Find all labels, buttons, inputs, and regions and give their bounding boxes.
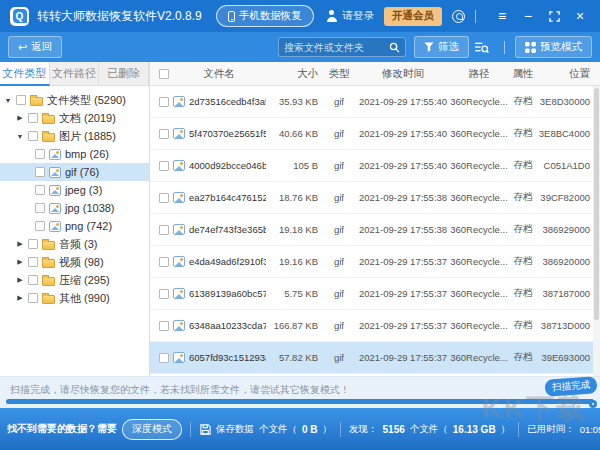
tree-checkbox[interactable] — [28, 239, 38, 249]
list-search-button[interactable] — [469, 38, 494, 57]
row-checkbox[interactable] — [159, 225, 169, 235]
table-row[interactable]: de74ef743f3e365bf8fe2ad8... 19.18 KB gif… — [150, 214, 600, 246]
tree-checkbox[interactable] — [28, 293, 38, 303]
col-location[interactable]: 位置 — [538, 67, 600, 81]
file-attr: 存档 — [508, 191, 538, 204]
select-all-checkbox[interactable] — [159, 69, 169, 79]
col-type[interactable]: 类型 — [322, 67, 356, 81]
table-row[interactable]: 4000d92bcce046bdd997eb... 105 B gif 2021… — [150, 150, 600, 182]
file-location: C051A1D0 — [538, 160, 600, 171]
tree-checkbox[interactable] — [28, 275, 38, 285]
deep-mode-button[interactable]: 深度模式 — [122, 419, 182, 440]
filter-button[interactable]: 筛选 — [414, 36, 469, 58]
row-checkbox[interactable] — [159, 289, 169, 299]
row-checkbox[interactable] — [159, 193, 169, 203]
table-row[interactable]: 5f470370e25651f54601a5a6... 40.66 KB gif… — [150, 118, 600, 150]
tab-file-type[interactable]: 文件类型 — [0, 62, 50, 86]
tree-item-documents[interactable]: ▶ 文档 (2019) — [0, 109, 149, 127]
login-button[interactable]: 请登录 — [326, 9, 375, 23]
preview-mode-button[interactable]: 预览模式 — [515, 36, 592, 58]
tree-checkbox[interactable] — [16, 95, 26, 105]
file-type: gif — [322, 256, 356, 267]
tree-item-bmp[interactable]: bmp (26) — [0, 145, 149, 163]
tree-item-archive[interactable]: ▶ 压缩 (295) — [0, 271, 149, 289]
row-checkbox[interactable] — [159, 257, 169, 267]
support-icon[interactable] — [452, 10, 465, 23]
tree-item-jpg[interactable]: jpg (1038) — [0, 199, 149, 217]
tree-checkbox[interactable] — [35, 221, 45, 231]
close-icon[interactable]: × — [570, 6, 590, 26]
tree-checkbox[interactable] — [35, 167, 45, 177]
expand-arrow-icon[interactable]: ▼ — [3, 97, 13, 104]
file-path: 360Recycle... — [450, 352, 508, 363]
collapse-arrow-icon[interactable]: ▶ — [15, 276, 25, 284]
titlebar-separator — [475, 10, 476, 23]
row-checkbox[interactable] — [159, 161, 169, 171]
gif-file-icon — [173, 192, 185, 203]
table-row[interactable]: 6348aa10233cda7ad047146... 166.87 KB gif… — [150, 310, 600, 342]
tree-checkbox[interactable] — [28, 131, 38, 141]
collapse-arrow-icon[interactable]: ▶ — [15, 114, 25, 122]
folder-icon — [42, 295, 55, 304]
tree-checkbox[interactable] — [35, 203, 45, 213]
phone-recovery-button[interactable]: 手机数据恢复 — [216, 5, 314, 27]
minimize-icon[interactable]: − — [518, 6, 538, 26]
col-filename[interactable]: 文件名 — [172, 67, 266, 81]
search-input[interactable] — [284, 42, 389, 53]
row-checkbox[interactable] — [159, 97, 169, 107]
expand-arrow-icon[interactable]: ▼ — [15, 133, 25, 140]
found-mid: 个文件（ — [410, 423, 448, 436]
save-data-button[interactable]: 保存数据 — [199, 423, 254, 436]
tree-checkbox[interactable] — [28, 257, 38, 267]
title-bar: Q 转转大师数据恢复软件V2.0.8.9 手机数据恢复 请登录 开通会员 ≡ −… — [0, 0, 600, 32]
sidebar: 文件类型 文件路径 已删除 ▼ 文件类型 (5290) ▶ 文档 (2019) … — [0, 62, 150, 376]
file-modified: 2021-09-29 17:55:40 — [356, 128, 450, 139]
tab-deleted[interactable]: 已删除 — [99, 62, 149, 86]
file-name: 6057fd93c151293a9d9eb32... — [189, 352, 266, 363]
tree-item-video[interactable]: ▶ 视频 (98) — [0, 253, 149, 271]
table-row-selected[interactable]: 6057fd93c151293a9d9eb32... 57.82 KB gif … — [150, 342, 600, 374]
tree-checkbox[interactable] — [35, 149, 45, 159]
vip-button[interactable]: 开通会员 — [384, 7, 442, 26]
tree-checkbox[interactable] — [28, 113, 38, 123]
row-checkbox[interactable] — [159, 129, 169, 139]
tree-item-audio[interactable]: ▶ 音频 (3) — [0, 235, 149, 253]
tree-item-label: bmp (26) — [65, 148, 109, 160]
tree-item-root[interactable]: ▼ 文件类型 (5290) — [0, 91, 149, 109]
table-row[interactable]: 2d73516cedb4f3af5cfff3e5a... 35.93 KB gi… — [150, 86, 600, 118]
file-attr: 存档 — [508, 159, 538, 172]
filter-funnel-icon — [424, 42, 434, 52]
file-path: 360Recycle... — [450, 320, 508, 331]
col-size[interactable]: 大小 — [266, 67, 322, 81]
table-scrollbar[interactable] — [593, 86, 600, 376]
tree-checkbox[interactable] — [35, 185, 45, 195]
menu-icon[interactable]: ≡ — [492, 6, 512, 26]
tree-item-png[interactable]: png (742) — [0, 217, 149, 235]
folder-icon — [42, 241, 55, 250]
tree-item-jpeg[interactable]: jpeg (3) — [0, 181, 149, 199]
table-row[interactable]: e4da49ad6f2910f3fdd4083f... 19.16 KB gif… — [150, 246, 600, 278]
tree-item-pictures[interactable]: ▼ 图片 (1885) — [0, 127, 149, 145]
back-button[interactable]: ↩ 返回 — [8, 36, 62, 58]
tree-item-label: 音频 (3) — [59, 237, 98, 252]
col-modified[interactable]: 修改时间 — [356, 67, 450, 81]
collapse-arrow-icon[interactable]: ▶ — [15, 294, 25, 302]
collapse-arrow-icon[interactable]: ▶ — [15, 258, 25, 266]
file-modified: 2021-09-29 17:55:40 — [356, 96, 450, 107]
login-label: 请登录 — [343, 9, 375, 23]
maximize-icon[interactable] — [544, 6, 564, 26]
search-box[interactable] — [278, 37, 406, 57]
table-row[interactable]: ea27b164c476152cd3ccf20... 18.76 KB gif … — [150, 182, 600, 214]
col-attr[interactable]: 属性 — [508, 67, 538, 81]
table-row[interactable]: 61389139a60bc5748fb40b8... 5.75 KB gif 2… — [150, 278, 600, 310]
col-path[interactable]: 路径 — [450, 67, 508, 81]
tree-item-gif[interactable]: gif (76) — [0, 163, 149, 181]
row-checkbox[interactable] — [159, 353, 169, 363]
scrollbar-thumb[interactable] — [594, 88, 599, 320]
tree-item-other[interactable]: ▶ 其他 (990) — [0, 289, 149, 307]
tab-file-path[interactable]: 文件路径 — [50, 62, 100, 86]
folder-icon — [42, 277, 55, 286]
folder-icon — [30, 97, 43, 106]
row-checkbox[interactable] — [159, 321, 169, 331]
collapse-arrow-icon[interactable]: ▶ — [15, 240, 25, 248]
